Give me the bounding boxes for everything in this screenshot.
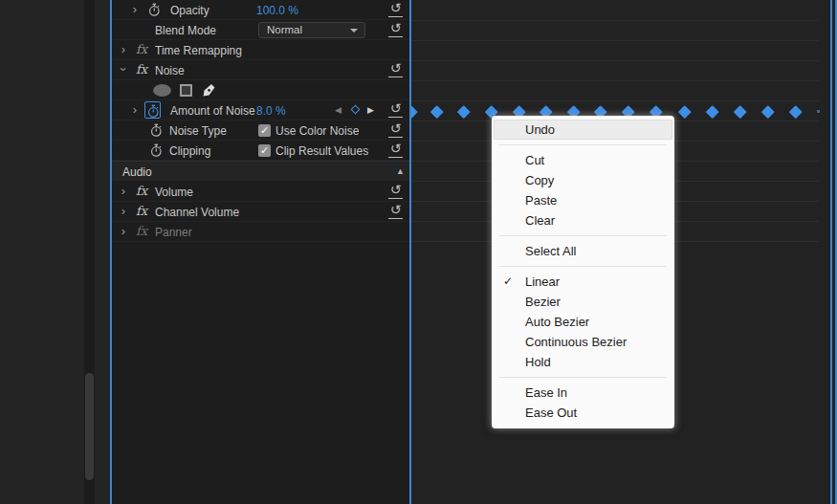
use-color-noise-checkbox[interactable] (258, 124, 271, 137)
reset-icon[interactable] (388, 101, 403, 118)
pen-mask-icon[interactable] (202, 83, 216, 101)
panel-splitter[interactable] (409, 0, 411, 504)
chevron-right-icon[interactable] (119, 204, 128, 218)
menu-item-label: Auto Bezier (525, 315, 589, 329)
menu-item-clear[interactable]: Clear (494, 210, 672, 230)
menu-item-label: Ease Out (525, 405, 577, 420)
property-value[interactable]: 8.0 % (256, 104, 286, 118)
fx-icon: fx (136, 204, 147, 218)
chevron-down-icon (350, 29, 358, 33)
clip-result-values-checkbox[interactable] (258, 144, 271, 157)
keyframe-diamond[interactable] (430, 105, 443, 118)
chevron-right-icon[interactable] (119, 224, 128, 238)
property-label: Channel Volume (155, 206, 239, 219)
vertical-scrollbar-track[interactable] (84, 0, 95, 504)
property-label: Noise (155, 64, 185, 77)
stopwatch-icon[interactable] (148, 3, 161, 21)
property-row-time-remapping: fx Time Remapping (112, 40, 409, 60)
keyframe-diamond[interactable] (761, 105, 774, 118)
menu-item-linear[interactable]: Linear (494, 272, 672, 292)
chevron-right-icon[interactable] (130, 102, 140, 117)
menu-item-copy[interactable]: Copy (494, 170, 672, 190)
property-row-panner: fx Panner (112, 222, 409, 242)
chevron-down-icon[interactable] (119, 62, 128, 77)
vertical-scrollbar-thumb[interactable] (85, 373, 94, 480)
keyframe-diamond[interactable] (734, 105, 746, 118)
property-row-amount-of-noise: Amount of Noise 8.0 % (112, 100, 409, 121)
menu-item-paste[interactable]: Paste (494, 190, 672, 210)
reset-icon[interactable] (388, 61, 403, 77)
menu-item-label: Select All (525, 244, 576, 258)
keyframe-diamond[interactable] (411, 105, 418, 118)
checkmark-icon (503, 272, 513, 292)
keyframe-diamond[interactable] (678, 105, 691, 118)
menu-item-label: Ease In (525, 385, 567, 400)
keyframe-add-icon[interactable] (351, 105, 361, 115)
keyframe-context-menu: Undo Cut Copy Paste Clear Select All Lin… (492, 116, 674, 428)
property-label: Blend Mode (155, 24, 216, 37)
section-header-audio[interactable]: Audio (112, 161, 409, 181)
menu-item-auto-bezier[interactable]: Auto Bezier (494, 312, 672, 332)
property-value[interactable]: 100.0 % (256, 4, 298, 17)
panel-border-left (110, 0, 112, 504)
menu-item-bezier[interactable]: Bezier (494, 292, 672, 312)
timeline-row-separator (411, 40, 819, 41)
menu-separator (499, 266, 667, 267)
property-row-channel-volume: fx Channel Volume (112, 202, 409, 222)
fx-icon: fx (136, 42, 147, 56)
checkbox-label: Clip Result Values (275, 144, 368, 158)
reset-icon[interactable] (388, 203, 403, 219)
reset-icon[interactable] (388, 183, 403, 199)
menu-item-label: Continuous Bezier (525, 335, 627, 349)
reset-icon[interactable] (388, 21, 403, 37)
timeline-row-separator (411, 60, 819, 61)
property-label: Opacity (170, 4, 209, 17)
menu-item-label: Paste (525, 193, 557, 208)
stopwatch-icon[interactable] (150, 123, 163, 142)
menu-item-ease-in[interactable]: Ease In (494, 383, 672, 403)
rectangle-mask-icon[interactable] (180, 84, 192, 97)
menu-item-hold[interactable]: Hold (494, 352, 672, 372)
keyframe-navigator (335, 103, 378, 117)
property-label: Amount of Noise (170, 104, 255, 118)
chevron-right-icon[interactable] (119, 42, 128, 56)
menu-item-select-all[interactable]: Select All (494, 241, 672, 261)
keyframe-diamond[interactable] (789, 105, 802, 118)
mask-tools-row (112, 80, 409, 100)
property-label: Noise Type (169, 124, 227, 138)
section-label: Audio (122, 165, 152, 179)
property-row-opacity: Opacity 100.0 % (112, 0, 409, 20)
menu-item-ease-out[interactable]: Ease Out (494, 403, 672, 423)
keyframe-next-icon[interactable] (367, 104, 374, 116)
keyframe-diamond[interactable] (706, 105, 718, 118)
menu-item-label: Cut (525, 153, 544, 167)
checkbox-label: Use Color Noise (275, 124, 359, 138)
reset-icon[interactable] (388, 142, 403, 158)
collapse-triangle-icon[interactable] (396, 166, 405, 176)
chevron-right-icon[interactable] (130, 2, 140, 16)
property-label: Time Remapping (155, 44, 242, 57)
menu-item-label: Bezier (525, 295, 561, 309)
blend-mode-dropdown[interactable]: Normal (258, 22, 365, 38)
ellipse-mask-icon[interactable] (153, 84, 171, 97)
menu-item-cut[interactable]: Cut (494, 150, 672, 170)
menu-item-undo[interactable]: Undo (494, 120, 672, 140)
chevron-right-icon[interactable] (119, 184, 128, 198)
fx-icon: fx (136, 224, 147, 238)
menu-item-continuous-bezier[interactable]: Continuous Bezier (494, 332, 672, 352)
property-label: Panner (155, 226, 192, 239)
left-gutter (0, 0, 110, 504)
menu-item-label: Linear (525, 274, 560, 289)
stopwatch-icon[interactable] (150, 143, 163, 162)
reset-icon[interactable] (388, 1, 403, 17)
menu-separator (499, 377, 667, 378)
menu-item-label: Hold (525, 355, 551, 369)
reset-icon[interactable] (388, 121, 403, 138)
stopwatch-active-icon[interactable] (144, 101, 161, 119)
keyframe-prev-icon[interactable] (335, 104, 341, 116)
effect-controls-panel: Opacity 100.0 % Blend Mode Normal fx Tim… (0, 0, 837, 504)
property-row-noise: fx Noise (112, 60, 409, 80)
menu-separator (499, 144, 667, 145)
keyframe-tick (817, 110, 820, 113)
keyframe-diamond[interactable] (457, 105, 470, 118)
